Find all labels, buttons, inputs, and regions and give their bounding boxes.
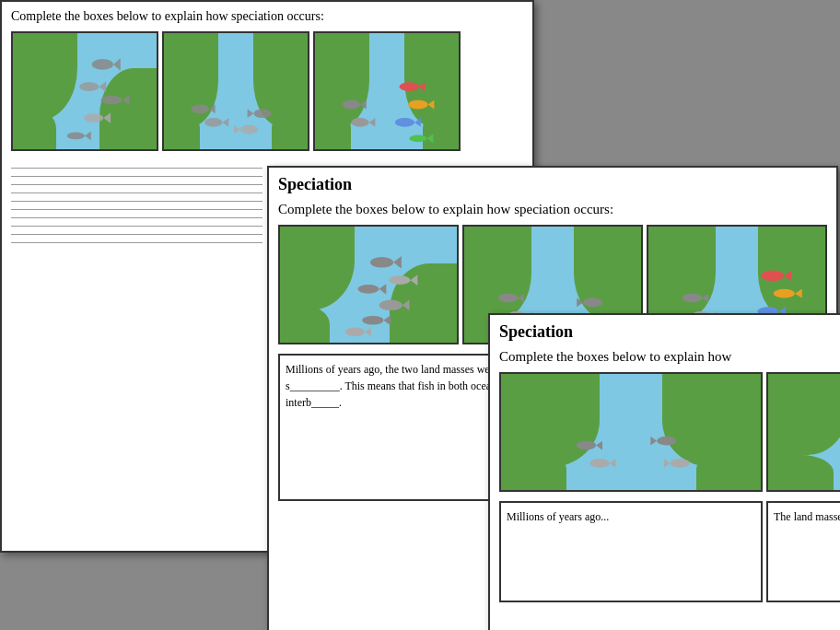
svg-point-54 xyxy=(761,270,784,281)
svg-marker-25 xyxy=(428,100,435,110)
line xyxy=(11,176,262,177)
front-instruction: Complete the boxes below to explain how xyxy=(490,345,840,372)
front-bottom-left-text: Millions of years ago... xyxy=(507,510,609,523)
svg-point-0 xyxy=(92,59,113,70)
svg-point-18 xyxy=(343,100,360,110)
front-textbox-left: Millions of years ago... xyxy=(499,501,763,602)
svg-point-36 xyxy=(379,299,402,310)
svg-point-64 xyxy=(589,459,609,468)
svg-point-50 xyxy=(682,294,702,303)
svg-marker-57 xyxy=(795,289,802,298)
svg-marker-7 xyxy=(103,112,111,123)
svg-point-66 xyxy=(657,437,676,446)
svg-marker-3 xyxy=(99,81,107,92)
mid-title: Speciation xyxy=(269,168,836,198)
line xyxy=(11,201,262,202)
svg-point-22 xyxy=(400,82,419,91)
line xyxy=(11,226,262,227)
svg-marker-9 xyxy=(85,132,91,141)
svg-marker-55 xyxy=(784,270,791,281)
svg-point-6 xyxy=(84,113,103,122)
svg-marker-1 xyxy=(113,58,121,71)
front-bottom-right-text: The land masses joined... xyxy=(774,510,840,523)
front-fish-panel-1 xyxy=(499,372,763,492)
svg-point-20 xyxy=(351,118,368,127)
worksheet-front: Speciation Complete the boxes below to e… xyxy=(488,313,840,630)
svg-point-24 xyxy=(408,100,427,110)
svg-marker-37 xyxy=(402,299,410,310)
line xyxy=(11,234,262,235)
line xyxy=(11,242,262,243)
svg-marker-67 xyxy=(650,437,657,446)
svg-point-42 xyxy=(498,294,518,303)
svg-marker-19 xyxy=(360,100,367,110)
svg-marker-5 xyxy=(122,95,130,106)
back-instruction: Complete the boxes below to explain how … xyxy=(2,2,532,31)
svg-marker-21 xyxy=(369,118,376,127)
svg-marker-39 xyxy=(383,315,391,326)
svg-point-32 xyxy=(389,275,410,285)
svg-point-46 xyxy=(583,298,602,308)
svg-point-28 xyxy=(409,134,426,142)
mid-fish-panel-1 xyxy=(278,225,459,344)
svg-marker-35 xyxy=(379,284,387,295)
svg-marker-63 xyxy=(596,441,602,450)
svg-point-62 xyxy=(577,441,596,450)
svg-point-4 xyxy=(100,96,122,105)
svg-marker-17 xyxy=(234,125,240,134)
svg-marker-13 xyxy=(222,118,228,127)
svg-point-16 xyxy=(240,125,258,134)
svg-marker-41 xyxy=(365,328,371,337)
line xyxy=(11,168,262,169)
front-textbox-right: The land masses joined... xyxy=(766,501,840,602)
svg-marker-47 xyxy=(577,298,583,308)
svg-marker-69 xyxy=(664,459,671,468)
svg-point-56 xyxy=(774,289,795,298)
svg-marker-27 xyxy=(414,118,421,127)
svg-marker-65 xyxy=(610,459,616,468)
svg-point-10 xyxy=(192,105,209,114)
svg-point-8 xyxy=(67,133,85,140)
svg-point-68 xyxy=(671,459,690,468)
svg-marker-51 xyxy=(702,294,708,303)
svg-marker-31 xyxy=(393,256,402,269)
front-fish-panels xyxy=(490,372,840,501)
fish-panel-1 xyxy=(11,31,158,151)
svg-marker-15 xyxy=(248,109,254,118)
line xyxy=(11,217,262,218)
svg-marker-23 xyxy=(419,82,426,91)
front-fish-panel-2 xyxy=(766,372,840,492)
front-title: Speciation xyxy=(490,315,840,345)
line xyxy=(11,184,262,185)
fish-panel-3 xyxy=(313,31,461,151)
svg-point-34 xyxy=(357,285,379,294)
svg-point-38 xyxy=(362,316,383,325)
svg-marker-29 xyxy=(427,134,434,144)
svg-marker-11 xyxy=(209,105,216,114)
fish-panel-2 xyxy=(162,31,309,151)
line xyxy=(11,192,262,193)
line xyxy=(11,209,262,210)
svg-point-40 xyxy=(345,328,365,337)
svg-point-30 xyxy=(370,257,393,268)
mid-instruction: Complete the boxes below to explain how … xyxy=(269,198,836,225)
svg-marker-33 xyxy=(411,274,418,286)
svg-marker-43 xyxy=(518,294,524,303)
svg-point-14 xyxy=(253,109,271,118)
svg-point-26 xyxy=(395,118,414,127)
lined-col-1 xyxy=(11,168,262,243)
svg-point-12 xyxy=(204,118,222,127)
front-text-boxes: Millions of years ago... The land masses… xyxy=(490,501,840,612)
back-fish-panels xyxy=(2,31,532,158)
svg-point-2 xyxy=(79,82,99,91)
